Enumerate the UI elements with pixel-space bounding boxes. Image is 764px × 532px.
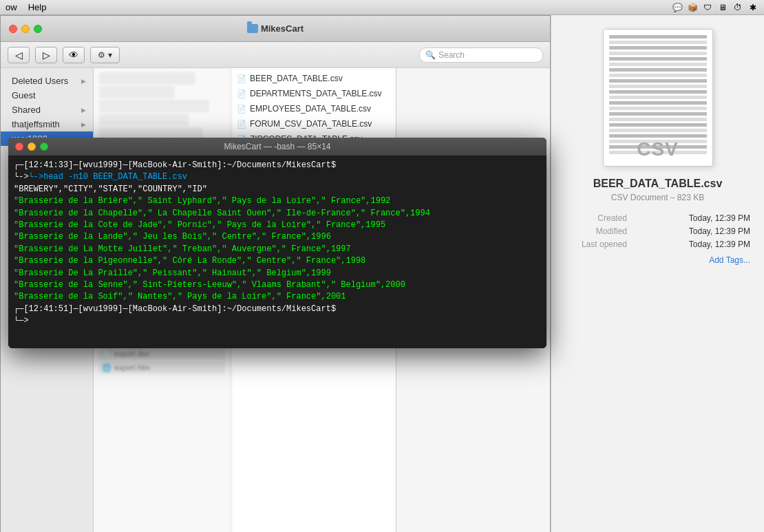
terminal-titlebar: MikesCart — -bash — 85×14 [8,138,547,156]
meta-created: Created Today, 12:39 PM [565,213,750,223]
terminal-header-line: "BREWERY","CITY","STATE","COUNTRY","ID" [14,184,541,195]
preview-line [609,90,707,94]
terminal-title: MikesCart — -bash — 85×14 [224,142,330,151]
sidebar-item-guest[interactable]: Guest [1,88,93,103]
preview-meta: Created Today, 12:39 PM Modified Today, … [551,202,764,279]
chevron-right-icon-2: ▶ [81,107,86,114]
terminal-data-8: "Brasserie de la Soif"," Nantes"," Pays … [14,291,541,303]
timemachine-icon[interactable]: ⏱ [732,2,743,13]
terminal-cmd-1: └->└->head -n10 BEER_DATA_TABLE.csv [14,171,541,183]
addtags-label-spacer [565,253,627,265]
preview-filename: BEER_DATA_TABLE.csv [593,178,723,190]
terminal-prompt-1: ┌─[12:41:33]─[wvu1999]─[MacBook-Air-Smit… [14,160,541,171]
preview-line [609,46,707,50]
preview-line [609,85,707,88]
preview-line [609,41,707,44]
preview-line [609,134,707,138]
preview-line [609,79,707,83]
terminal-traffic-lights [15,142,48,151]
preview-line [609,123,707,127]
menu-help[interactable]: Help [28,2,47,12]
terminal-data-5: "Brasserie de la Pigeonnelle"," Côré La … [14,255,541,267]
preview-panel: CSV BEER_DATA_TABLE.csv CSV Document – 8… [551,15,764,532]
close-button[interactable] [9,25,17,33]
shield-icon[interactable]: 🛡 [702,2,713,13]
search-icon: 🔍 [425,50,436,60]
maximize-button[interactable] [34,25,42,33]
view-button[interactable]: 👁 [63,47,85,63]
csv-file-icon-4: 📄 [237,120,246,129]
traffic-lights [9,25,42,33]
action-button-arrow: ▾ [108,50,112,60]
sidebar-item-shared[interactable]: Shared ▶ [1,103,93,117]
terminal-data-2: "Brasserie de la Cote de Jade"," Pornic"… [14,220,541,231]
preview-line [609,68,707,72]
terminal-data-0: "Brasserie de la Brière"," Saint Lyphard… [14,195,541,207]
bluetooth-icon[interactable]: ✱ [747,2,758,13]
finder-title: MikesCart [247,23,304,34]
search-box[interactable]: 🔍 Search [419,47,543,63]
file-item-forum[interactable]: 📄 FORUM_CSV_DATA_TABLE.csv [231,116,396,131]
menu-ow[interactable]: ow [6,2,17,12]
terminal-data-1: "Brasserie de la Chapelle"," La Chapelle… [14,208,541,220]
preview-line [609,74,707,77]
modified-label: Modified [565,226,627,236]
terminal-prompt-2: ┌─[12:41:51]─[wvu1999]─[MacBook-Air-Smit… [14,304,541,315]
file-item-beer[interactable]: 📄 BEER_DATA_TABLE.csv [231,71,396,86]
menubar: ow Help 💬 📦 🛡 🖥 ⏱ ✱ [0,0,764,15]
terminal-body[interactable]: ┌─[12:41:33]─[wvu1999]─[MacBook-Air-Smit… [8,156,547,348]
terminal-close-button[interactable] [15,142,23,151]
preview-line [609,35,707,39]
csv-ext-label: CSV [604,138,712,160]
action-button[interactable]: ⚙ ▾ [90,47,120,63]
terminal-maximize-button[interactable] [40,142,48,151]
chevron-right-icon-3: ▶ [81,121,86,128]
minimize-button[interactable] [21,25,30,33]
display-icon[interactable]: 🖥 [717,2,728,13]
modified-value: Today, 12:39 PM [689,226,750,236]
file-item-departments[interactable]: 📄 DEPARTMENTS_DATA_TABLE.csv [231,86,396,101]
terminal-data-3: "Brasserie de la Lande"," Jeu les Bois",… [14,231,541,243]
meta-modified: Modified Today, 12:39 PM [565,226,750,236]
preview-line [609,63,707,66]
terminal-data-7: "Brasserie de la Senne"," Sint-Pieters-L… [14,279,541,291]
meta-addtags: Add Tags... [565,253,750,265]
created-label: Created [565,213,627,223]
chevron-right-icon: ▶ [81,78,86,85]
back-button[interactable]: ◁ [8,47,30,63]
menubar-right-icons: 💬 📦 🛡 🖥 ⏱ ✱ [672,2,758,13]
terminal-minimize-button[interactable] [28,142,36,151]
folder-icon [247,24,258,33]
dropbox-icon[interactable]: 📦 [687,2,698,13]
preview-line [609,112,707,116]
message-icon[interactable]: 💬 [672,2,683,13]
sidebar-item-deleted-users[interactable]: Deleted Users ▶ [1,74,93,88]
file-item-employees[interactable]: 📄 EMPLOYEES_DATA_TABLE.csv [231,101,396,116]
csv-file-icon-3: 📄 [237,105,246,114]
csv-file-icon-2: 📄 [237,89,246,98]
terminal-cursor-line: └─> [14,315,541,327]
sidebar-item-thatjeffsmith[interactable]: thatjeffsmith ▶ [1,117,93,131]
gear-icon: ⚙ [98,50,105,60]
meta-lastopened: Last opened Today, 12:39 PM [565,240,750,249]
terminal-data-4: "Brasserie de La Motte Juillet"," Treban… [14,244,541,255]
preview-line [609,118,707,121]
csv-preview-icon: CSV [603,29,713,167]
preview-line [609,101,707,105]
terminal-data-6: "Brasserie De La Praille"," Peissant"," … [14,268,541,279]
finder-toolbar: ◁ ▷ 👁 ⚙ ▾ 🔍 Search [1,42,550,68]
preview-line [609,52,707,55]
created-value: Today, 12:39 PM [689,213,750,223]
terminal-window: MikesCart — -bash — 85×14 ┌─[12:41:33]─[… [8,138,547,348]
preview-line [609,107,707,110]
finder-titlebar: MikesCart [1,16,550,42]
preview-line [609,96,707,99]
preview-line [609,129,707,132]
preview-filetype: CSV Document – 823 KB [611,193,704,202]
csv-file-icon: 📄 [237,74,246,83]
forward-button[interactable]: ▷ [35,47,57,63]
lastopened-value: Today, 12:39 PM [689,240,750,249]
lastopened-label: Last opened [565,240,627,249]
preview-line [609,57,707,61]
add-tags-link[interactable]: Add Tags... [709,255,750,265]
